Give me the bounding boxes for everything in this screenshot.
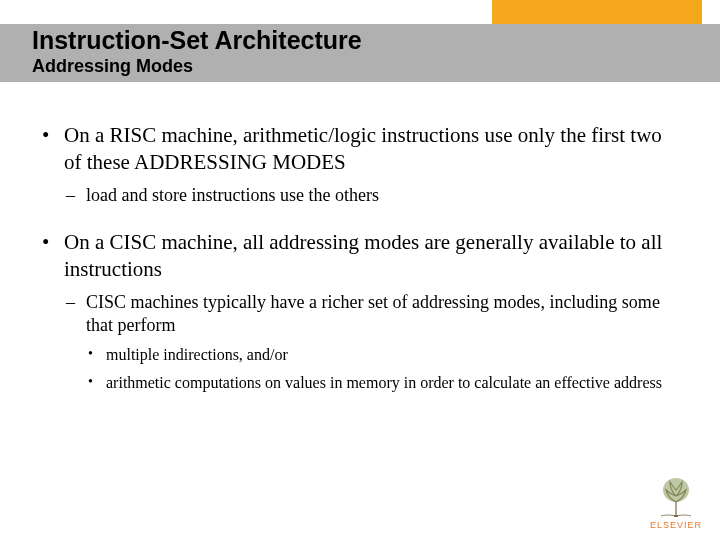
bullet-level3: multiple indirections, and/or [86, 345, 680, 365]
slide-subtitle: Addressing Modes [32, 56, 720, 77]
slide-content: On a RISC machine, arithmetic/logic inst… [0, 82, 720, 394]
tree-icon [656, 476, 696, 518]
bullet-text: CISC machines typically have a richer se… [86, 292, 660, 335]
bullet-level1: On a RISC machine, arithmetic/logic inst… [40, 122, 680, 207]
bullet-text: arithmetic computations on values in mem… [106, 374, 662, 391]
bullet-level3: arithmetic computations on values in mem… [86, 373, 680, 393]
bullet-text: On a CISC machine, all addressing modes … [64, 230, 662, 281]
slide-title: Instruction-Set Architecture [32, 26, 720, 55]
publisher-logo: ELSEVIER [650, 476, 702, 530]
bullet-level2: load and store instructions use the othe… [64, 184, 680, 207]
slide-header: Instruction-Set Architecture Addressing … [0, 0, 720, 82]
svg-point-1 [663, 478, 689, 502]
bullet-level1: On a CISC machine, all addressing modes … [40, 229, 680, 394]
bullet-text: On a RISC machine, arithmetic/logic inst… [64, 123, 662, 174]
bullet-text: load and store instructions use the othe… [86, 185, 379, 205]
publisher-name: ELSEVIER [650, 520, 702, 530]
accent-block [492, 0, 702, 24]
bullet-text: multiple indirections, and/or [106, 346, 288, 363]
title-band: Instruction-Set Architecture Addressing … [0, 24, 720, 82]
bullet-level2: CISC machines typically have a richer se… [64, 291, 680, 394]
